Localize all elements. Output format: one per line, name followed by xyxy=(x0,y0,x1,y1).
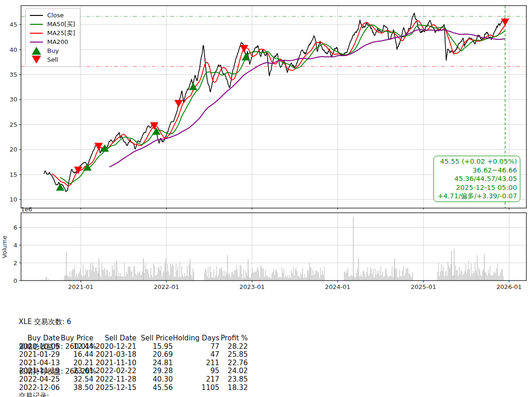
volume-bar xyxy=(352,276,353,281)
volume-bar xyxy=(80,268,80,281)
trade-row: 2021-11-1923.612022-02-2229.289524.02 xyxy=(19,367,248,375)
volume-bar xyxy=(157,274,157,281)
volume-bar xyxy=(131,271,131,281)
volume-bar xyxy=(389,276,390,281)
volume-bar xyxy=(263,268,264,281)
x-tick-label: 2021-01 xyxy=(68,283,93,290)
volume-bar xyxy=(64,276,64,281)
volume-bar xyxy=(119,273,119,281)
y-tick-label: 30 xyxy=(9,96,17,103)
volume-bar xyxy=(446,271,446,281)
volume-bar xyxy=(106,275,106,281)
price-info-box: 45.55 (+0.02 +0.05%) 36.62~46.66 45.36/4… xyxy=(433,156,520,202)
volume-bar xyxy=(393,277,393,281)
volume-bar xyxy=(367,272,367,281)
legend-label: Buy xyxy=(47,47,59,54)
volume-bar xyxy=(170,264,170,281)
volume-bar xyxy=(346,273,346,281)
volume-bar xyxy=(472,274,473,281)
volume-bar xyxy=(214,278,215,281)
volume-spike-bar xyxy=(99,259,99,281)
ma25-line-swatch xyxy=(29,33,43,34)
legend-item-ma200: MA200 xyxy=(29,37,75,46)
volume-bar xyxy=(445,275,445,281)
volume-bar xyxy=(303,278,304,281)
volume-bar xyxy=(120,276,120,281)
trade-cell: 2022-04-25 xyxy=(19,375,60,384)
volume-bar xyxy=(411,277,412,281)
volume-bar xyxy=(152,277,153,281)
volume-bar xyxy=(114,270,114,281)
volume-bar xyxy=(205,269,206,281)
volume-bar xyxy=(189,265,189,281)
volume-bar xyxy=(164,263,165,281)
volume-bar xyxy=(213,270,214,281)
volume-bar xyxy=(97,271,98,281)
legend-item-sell: Sell xyxy=(29,55,75,64)
volume-bar xyxy=(239,276,239,281)
volume-bar xyxy=(501,269,502,281)
volume-bar xyxy=(210,266,210,281)
volume-bar xyxy=(405,273,405,281)
trade-row: 2022-12-0638.502025-12-1545.56110518.32 xyxy=(19,384,248,392)
volume-bar xyxy=(232,271,233,281)
volume-bar xyxy=(179,262,180,281)
y-tick-label: 4 xyxy=(14,242,17,249)
info-line-signal: +4.71/偏多/+3.39/-0.07 xyxy=(437,192,517,201)
volume-bar xyxy=(166,272,167,281)
trades-header-cell: Holding Days xyxy=(173,334,220,343)
volume-bar xyxy=(447,276,447,281)
volume-bar xyxy=(276,269,276,281)
volume-bar xyxy=(276,271,277,281)
volume-bar xyxy=(368,267,368,281)
volume-bar xyxy=(316,271,316,281)
volume-bar xyxy=(411,277,411,281)
volume-bar xyxy=(459,267,459,281)
volume-bar xyxy=(278,278,278,281)
volume-bar xyxy=(70,271,70,281)
volume-bar xyxy=(176,264,176,281)
volume-bar xyxy=(322,270,323,281)
trade-cell: 2020-10-05 xyxy=(19,343,60,351)
volume-bar xyxy=(105,268,105,281)
volume-bar xyxy=(500,273,501,281)
legend-label: MA200 xyxy=(47,38,68,45)
volume-bar xyxy=(300,273,301,281)
volume-bar xyxy=(319,272,319,281)
volume-bar xyxy=(184,273,184,281)
stat-trade-log-title: 交易记录: xyxy=(19,392,97,397)
volume-bar xyxy=(156,275,156,281)
volume-spike-bar xyxy=(165,259,166,281)
volume-bar xyxy=(262,269,263,281)
volume-bar xyxy=(443,266,443,281)
volume-bar xyxy=(101,277,101,281)
trade-cell: 2022-11-28 xyxy=(93,375,136,384)
trade-cell: 20.21 xyxy=(60,359,93,368)
volume-bar xyxy=(183,277,184,281)
x-tick-label: 2025-01 xyxy=(411,283,436,290)
volume-bar xyxy=(292,274,292,281)
trade-cell: 2021-01-29 xyxy=(19,351,60,359)
volume-bar xyxy=(186,275,186,281)
volume-bar xyxy=(479,268,479,281)
trade-cell: 2022-02-22 xyxy=(93,367,136,375)
y-tick-label: 45 xyxy=(9,21,17,28)
volume-bar xyxy=(212,277,212,281)
trade-row: 2022-04-2532.542022-11-2840.3021723.85 xyxy=(19,375,248,384)
volume-bar xyxy=(351,275,352,281)
volume-bar xyxy=(497,268,497,281)
volume-bar xyxy=(379,271,379,281)
volume-bar xyxy=(208,267,208,281)
volume-bar xyxy=(277,273,277,281)
volume-bar xyxy=(480,270,480,281)
volume-bar xyxy=(142,271,142,281)
volume-bar xyxy=(121,276,122,281)
volume-bar xyxy=(387,275,388,281)
volume-bar xyxy=(391,276,391,281)
volume-bar xyxy=(382,275,382,281)
sell-marker xyxy=(501,19,509,26)
volume-bar xyxy=(106,269,107,281)
trade-row: 2021-04-1320.212021-11-1024.8121122.76 xyxy=(19,359,248,368)
volume-bar xyxy=(253,272,254,281)
volume-bar xyxy=(447,261,448,281)
